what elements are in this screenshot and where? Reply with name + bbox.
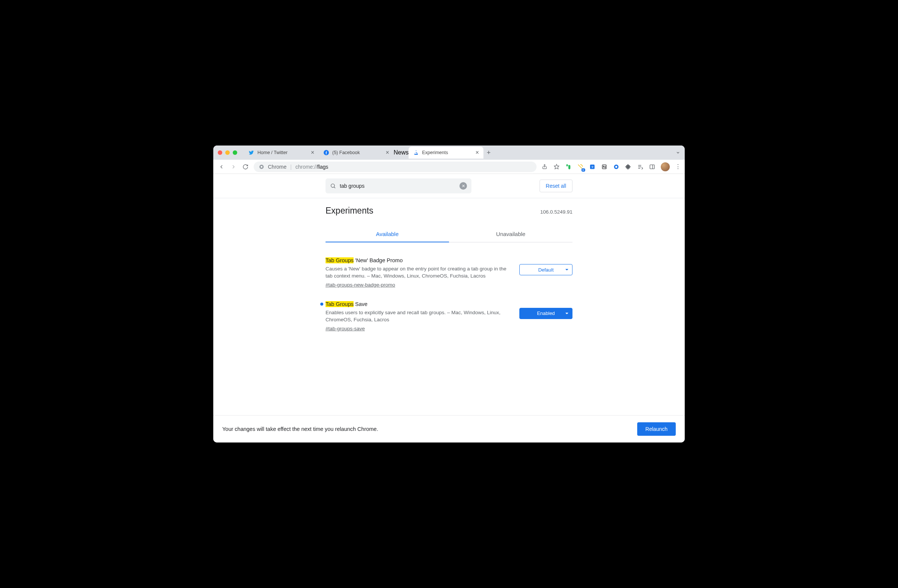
flag-hash-link[interactable]: #tab-groups-save (326, 326, 514, 332)
extension-notion-icon[interactable] (601, 163, 607, 170)
tab-label: Experiments (422, 150, 448, 155)
chrome-version: 106.0.5249.91 (540, 209, 572, 215)
extension-generic-icon[interactable] (613, 163, 620, 170)
search-icon (330, 183, 336, 189)
back-button[interactable] (218, 163, 225, 170)
close-icon[interactable]: × (386, 149, 389, 156)
flag-hash-link[interactable]: #tab-groups-new-badge-promo (326, 282, 514, 288)
tab-twitter[interactable]: Home / Twitter × (244, 147, 319, 158)
address-bar[interactable]: Chrome | chrome://flags (254, 161, 537, 172)
profile-avatar[interactable] (661, 162, 670, 171)
extension-screenshot-icon[interactable]: 0 (577, 163, 584, 170)
tab-unavailable[interactable]: Unavailable (449, 226, 572, 243)
tab-facebook[interactable]: (5) Facebook × (319, 147, 394, 158)
relaunch-bar: Your changes will take effect the next t… (213, 415, 685, 442)
relaunch-message: Your changes will take effect the next t… (222, 426, 378, 432)
tab-label: Home / Twitter (257, 150, 288, 155)
tabstrip: Home / Twitter × (5) Facebook × News Exp… (244, 147, 674, 158)
twitter-icon (248, 150, 254, 156)
close-icon[interactable]: × (311, 149, 314, 156)
window-controls (218, 150, 237, 155)
browser-window: Home / Twitter × (5) Facebook × News Exp… (213, 146, 685, 442)
tab-experiments[interactable]: Experiments × (409, 147, 483, 158)
toolbar: Chrome | chrome://flags 0 文 (213, 160, 685, 174)
address-context: Chrome (268, 164, 287, 170)
reading-list-icon[interactable] (637, 163, 644, 170)
flag-description: Enables users to explicitly save and rec… (326, 309, 514, 324)
flag-search-input[interactable] (340, 183, 456, 189)
bookmark-icon[interactable] (553, 163, 560, 170)
tabstrip-menu-icon[interactable] (676, 150, 680, 155)
svg-point-2 (261, 166, 263, 167)
address-url: chrome://flags (295, 164, 328, 170)
flag-title: Tab Groups 'New' Badge Promo (326, 257, 514, 263)
close-icon[interactable]: × (475, 149, 479, 156)
flask-icon (413, 150, 419, 156)
svg-point-9 (615, 166, 617, 167)
side-panel-icon[interactable] (649, 163, 655, 170)
flag-list: Tab Groups 'New' Badge Promo Causes a 'N… (326, 243, 572, 332)
svg-point-15 (331, 184, 335, 187)
svg-rect-13 (650, 164, 654, 169)
page-content: ✕ Reset all Experiments 106.0.5249.91 Av… (213, 174, 685, 415)
maximize-window[interactable] (233, 150, 237, 155)
svg-line-16 (334, 187, 335, 188)
new-tab-button[interactable]: + (483, 147, 494, 158)
flag-description: Causes a 'New' badge to appear on the en… (326, 266, 514, 280)
flag-row: Tab Groups Save Enables users to explici… (326, 301, 572, 332)
facebook-icon (323, 150, 329, 156)
svg-marker-4 (554, 164, 559, 169)
flag-tabs: Available Unavailable (326, 226, 572, 243)
menu-icon[interactable]: ⋮ (675, 163, 680, 170)
page-title: Experiments (326, 206, 374, 216)
forward-button[interactable] (230, 163, 237, 170)
reset-all-button[interactable]: Reset all (540, 180, 572, 192)
flag-title: Tab Groups Save (326, 301, 514, 307)
toolbar-icons: 0 文 ⋮ (541, 162, 680, 171)
svg-text:文: 文 (591, 165, 594, 168)
titlebar: Home / Twitter × (5) Facebook × News Exp… (213, 146, 685, 160)
chrome-icon (259, 164, 264, 169)
extension-translate-icon[interactable]: 文 (589, 163, 596, 170)
clear-search-icon[interactable]: ✕ (460, 182, 467, 190)
reload-button[interactable] (242, 163, 249, 170)
tab-group-chip[interactable]: News (394, 149, 409, 156)
tab-available[interactable]: Available (326, 226, 449, 243)
flag-select[interactable]: Default (519, 264, 572, 275)
close-window[interactable] (218, 150, 222, 155)
flag-search-box[interactable]: ✕ (326, 178, 472, 193)
extension-evernote-icon[interactable] (565, 163, 572, 170)
tab-label: (5) Facebook (332, 150, 360, 155)
extensions-icon[interactable] (625, 163, 632, 170)
minimize-window[interactable] (225, 150, 230, 155)
flag-select[interactable]: Enabled (519, 308, 572, 319)
flag-row: Tab Groups 'New' Badge Promo Causes a 'N… (326, 257, 572, 288)
share-icon[interactable] (541, 163, 548, 170)
relaunch-button[interactable]: Relaunch (637, 422, 676, 436)
